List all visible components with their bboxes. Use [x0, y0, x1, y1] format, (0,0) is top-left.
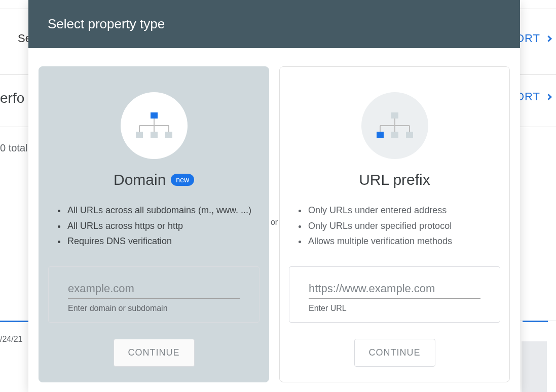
modal-title: Select property type: [28, 0, 520, 48]
url-prefix-title-row: URL prefix: [359, 171, 430, 188]
bg-chart-selection-right: [523, 321, 548, 322]
domain-card[interactable]: Domain new All URLs across all subdomain…: [39, 66, 269, 382]
domain-continue-button[interactable]: CONTINUE: [114, 339, 195, 367]
bg-date-text: /24/21: [0, 335, 22, 344]
new-badge: new: [171, 174, 194, 186]
svg-rect-16: [391, 132, 398, 138]
url-prefix-hierarchy-icon: [375, 110, 415, 141]
svg-rect-15: [377, 132, 384, 138]
domain-bullet-item: All URLs across https or http: [66, 218, 252, 234]
svg-rect-7: [151, 132, 158, 138]
url-prefix-bullet-item: Allows multiple verification methods: [307, 233, 493, 249]
domain-input-box: Enter domain or subdomain: [48, 266, 260, 323]
url-prefix-continue-button[interactable]: CONTINUE: [354, 339, 435, 367]
domain-input-helper: Enter domain or subdomain: [68, 304, 240, 313]
domain-icon-wrap: [121, 92, 188, 159]
property-type-modal: Select property type Domain new: [28, 0, 520, 392]
svg-rect-17: [406, 132, 413, 138]
bg-footer-bar: [522, 341, 547, 392]
url-prefix-bullets: Only URLs under entered address Only URL…: [289, 203, 500, 249]
domain-title-row: Domain new: [114, 171, 194, 188]
svg-rect-6: [136, 132, 143, 138]
domain-input[interactable]: [68, 279, 240, 299]
svg-rect-8: [165, 132, 172, 138]
url-prefix-input[interactable]: [309, 279, 480, 299]
domain-bullets: All URLs across all subdomains (m., www.…: [48, 203, 260, 249]
bg-chart-selection-left: [0, 321, 30, 322]
bg-link-ort-top[interactable]: ORT: [515, 32, 551, 45]
or-separator: or: [269, 218, 279, 227]
url-prefix-input-helper: Enter URL: [309, 304, 480, 313]
chevron-right-icon: [545, 35, 552, 42]
url-prefix-card-title: URL prefix: [359, 171, 430, 188]
url-prefix-bullet-item: Only URLs under specified protocol: [307, 218, 493, 234]
url-prefix-input-box: Enter URL: [289, 266, 500, 323]
modal-body: Domain new All URLs across all subdomain…: [28, 48, 520, 382]
url-prefix-card[interactable]: URL prefix Only URLs under entered addre…: [279, 66, 510, 382]
svg-rect-9: [391, 112, 398, 119]
domain-hierarchy-icon: [134, 110, 174, 141]
domain-bullet-item: Requires DNS verification: [66, 233, 252, 249]
bg-link-ort-mid[interactable]: ORT: [515, 90, 551, 103]
url-prefix-icon-wrap: [361, 92, 428, 159]
domain-card-title: Domain: [114, 171, 166, 188]
svg-rect-0: [151, 112, 158, 119]
chevron-right-icon: [545, 94, 552, 100]
url-prefix-bullet-item: Only URLs under entered address: [307, 203, 493, 218]
domain-bullet-item: All URLs across all subdomains (m., www.…: [66, 203, 252, 218]
bg-erfo-text: erfo: [0, 90, 24, 106]
